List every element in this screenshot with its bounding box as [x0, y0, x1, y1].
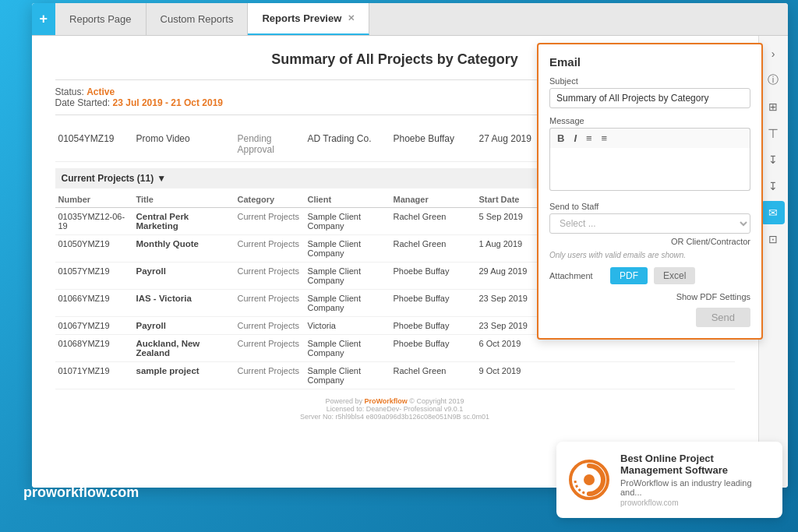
- ol-button[interactable]: ≡: [599, 132, 610, 145]
- message-textarea[interactable]: [549, 148, 750, 191]
- pending-manager: Phoebe Buffay: [394, 133, 471, 155]
- pending-date: 27 Aug 2019: [479, 133, 542, 155]
- table-icon[interactable]: ⊞: [761, 95, 785, 118]
- col-header-manager: Manager: [394, 195, 471, 204]
- col-header-date: Start Date: [479, 195, 542, 204]
- send-button[interactable]: Send: [696, 308, 750, 327]
- row-category: Current Projects: [238, 321, 300, 330]
- status-label: Status:: [55, 86, 84, 97]
- tab-close-icon[interactable]: ✕: [348, 13, 355, 23]
- chevron-right-icon[interactable]: ›: [761, 42, 785, 65]
- row-manager: Rachel Green: [394, 366, 471, 375]
- message-toolbar: B I ≡ ≡: [549, 128, 750, 148]
- footer-brand: ProWorkflow: [365, 397, 408, 405]
- email-icon[interactable]: ✉: [761, 201, 785, 224]
- row-date: 6 Oct 2019: [479, 339, 542, 348]
- col-header-number: Number: [58, 195, 129, 204]
- staff-select[interactable]: Select ...: [549, 213, 750, 234]
- tab-reports-preview[interactable]: Reports Preview ✕: [248, 3, 369, 35]
- logo-icon: +: [40, 11, 48, 27]
- brand-url: proworkflow.com: [620, 499, 770, 507]
- branding-card: Best Online Project Management Software …: [556, 442, 782, 518]
- tab-bar: + Reports Page Custom Reports Reports Pr…: [32, 3, 788, 36]
- tab-reports-preview-label: Reports Preview: [262, 12, 341, 24]
- row-number: 01057YMZ19: [58, 266, 129, 276]
- row-date: 29 Aug 2019: [479, 266, 542, 276]
- subject-input[interactable]: [549, 88, 750, 108]
- row-manager: Rachel Green: [394, 212, 471, 221]
- or-contractor-label: OR Client/Contractor: [549, 237, 750, 246]
- download-pdf-icon[interactable]: ↧: [761, 148, 785, 171]
- row-date: 23 Sep 2019: [479, 321, 542, 330]
- row-client: Sample Client Company: [308, 266, 386, 285]
- info-icon[interactable]: ⓘ: [761, 69, 785, 92]
- tab-reports-page[interactable]: Reports Page: [55, 3, 147, 35]
- date-started-value: 23 Jul 2019 - 21 Oct 2019: [113, 97, 223, 108]
- col-header-title: Title: [136, 195, 230, 204]
- download-excel-icon[interactable]: ↧: [761, 174, 785, 198]
- send-to-label: Send to Staff: [549, 202, 750, 211]
- send-row: Send: [549, 308, 750, 327]
- row-manager: Rachel Green: [394, 239, 471, 248]
- brand-title: Best Online Project Management Software: [620, 453, 770, 476]
- table-row: 01071YMZ19 sample project Current Projec…: [55, 362, 735, 389]
- row-title: Payroll: [136, 321, 230, 330]
- section-label: Current Projects (11): [62, 173, 154, 184]
- excel-button[interactable]: Excel: [654, 267, 695, 284]
- tab-custom-reports-label: Custom Reports: [161, 13, 234, 25]
- row-date: 23 Sep 2019: [479, 294, 542, 303]
- tab-reports-page-label: Reports Page: [69, 13, 132, 25]
- row-title: Central Perk Marketing: [136, 212, 230, 231]
- col-header-client: Client: [308, 195, 386, 204]
- row-number: 01035YMZ12-06-19: [58, 212, 129, 231]
- row-manager: Phoebe Buffay: [394, 294, 471, 303]
- row-manager: Phoebe Buffay: [394, 339, 471, 348]
- row-date: 5 Sep 2019: [479, 212, 542, 221]
- row-date: 9 Oct 2019: [479, 366, 542, 375]
- col-header-category: Category: [238, 195, 300, 204]
- report-footer: Powered by ProWorkflow © Copyright 2019 …: [55, 389, 735, 425]
- footer-server: Server No: r5hl9bls4 e809a096d3b126c08e0…: [55, 413, 735, 421]
- row-number: 01050YMZ19: [58, 239, 129, 248]
- attachment-label: Attachment: [549, 271, 604, 280]
- pending-number: 01054YMZ19: [58, 133, 129, 155]
- brand-desc: ProWorkflow is an industry leading and..…: [620, 478, 770, 497]
- email-panel: Email Subject Message B I ≡ ≡ Send to St…: [537, 43, 763, 340]
- bottom-url: proworkflow.com: [23, 484, 139, 501]
- pdf-button[interactable]: PDF: [610, 267, 648, 284]
- row-category: Current Projects: [238, 339, 300, 348]
- bold-button[interactable]: B: [555, 132, 567, 145]
- filter-icon[interactable]: ⊤: [761, 122, 785, 145]
- tab-custom-reports[interactable]: Custom Reports: [147, 3, 249, 35]
- italic-button[interactable]: I: [571, 132, 579, 145]
- row-number: 01068YMZ19: [58, 339, 129, 348]
- row-manager: Phoebe Buffay: [394, 321, 471, 330]
- row-client: Sample Client Company: [308, 294, 386, 312]
- ul-button[interactable]: ≡: [584, 132, 595, 145]
- row-category: Current Projects: [238, 212, 300, 221]
- footer-copyright: © Copyright 2019: [409, 397, 464, 405]
- date-started-row: Date Started: 23 Jul 2019 - 21 Oct 2019: [55, 97, 224, 108]
- status-row: Status: Active: [55, 86, 224, 97]
- row-title: IAS - Victoria: [136, 294, 230, 303]
- message-label: Message: [549, 116, 750, 125]
- show-pdf-settings-link[interactable]: Show PDF Settings: [549, 292, 750, 301]
- row-client: Sample Client Company: [308, 339, 386, 358]
- row-category: Current Projects: [238, 366, 300, 375]
- row-category: Current Projects: [238, 294, 300, 303]
- settings-icon[interactable]: ⊡: [761, 227, 785, 251]
- row-title: sample project: [136, 366, 230, 375]
- footer-license: Licensed to: DeaneDev- Professional v9.0…: [55, 405, 735, 413]
- branding-text: Best Online Project Management Software …: [620, 453, 770, 507]
- row-number: 01067YMZ19: [58, 321, 129, 330]
- email-panel-title: Email: [549, 55, 750, 69]
- subject-label: Subject: [549, 76, 750, 86]
- logo-button[interactable]: +: [32, 3, 56, 35]
- status-value: Active: [87, 86, 115, 97]
- row-client: Victoria: [308, 321, 386, 330]
- row-manager: Phoebe Buffay: [394, 266, 471, 276]
- pending-category: Pending Approval: [238, 133, 300, 155]
- staff-select-row: Select ...: [549, 213, 750, 234]
- report-meta-left: Status: Active Date Started: 23 Jul 2019…: [55, 86, 224, 108]
- row-category: Current Projects: [238, 266, 300, 276]
